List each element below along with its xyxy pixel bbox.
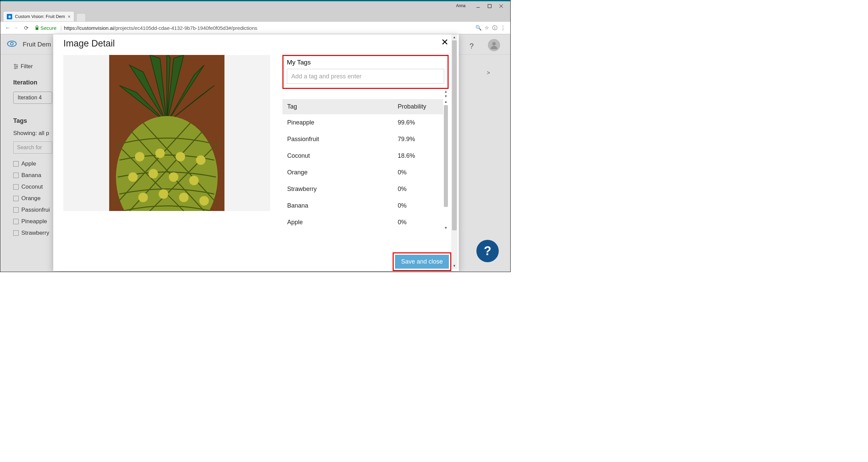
secure-indicator[interactable]: Secure: [35, 25, 57, 31]
table-row: Strawberry0%: [282, 181, 443, 197]
table-row: Coconut18.6%: [282, 148, 443, 164]
address-divider: |: [61, 25, 62, 31]
cell-probability: 18.6%: [398, 152, 438, 159]
help-bubble-button[interactable]: ?: [476, 240, 499, 262]
window-minimize-button[interactable]: [472, 3, 484, 9]
scroll-down-icon[interactable]: ▼: [443, 94, 449, 99]
scroll-up-icon[interactable]: ▲: [443, 99, 449, 104]
modal-scrollbar[interactable]: ▲ ▼: [451, 34, 457, 269]
save-and-close-button[interactable]: Save and close: [395, 255, 449, 269]
tab-close-icon[interactable]: ×: [68, 14, 71, 19]
cell-tag: Orange: [287, 169, 398, 176]
svg-rect-4: [36, 27, 38, 30]
col-tag: Tag: [287, 103, 398, 110]
svg-point-25: [159, 189, 168, 199]
cell-probability: 0%: [398, 169, 438, 176]
os-titlebar: Anna: [0, 0, 510, 10]
close-icon[interactable]: ✕: [441, 37, 449, 47]
modal-footer: Save and close: [53, 252, 459, 271]
window-maximize-button[interactable]: [484, 3, 495, 9]
scroll-down-icon[interactable]: ▼: [451, 263, 457, 269]
url-text[interactable]: https://customvision.ai/projects/ec4105d…: [64, 25, 474, 31]
cell-probability: 0%: [398, 186, 438, 193]
svg-rect-1: [488, 4, 491, 8]
table-row: Passionfruit79.9%: [282, 131, 443, 148]
cell-probability: 0%: [398, 219, 438, 226]
back-button[interactable]: ←: [4, 25, 12, 31]
cell-probability: 0%: [398, 202, 438, 209]
svg-point-19: [196, 155, 205, 165]
add-tag-input[interactable]: [287, 69, 444, 84]
cell-tag: Passionfruit: [287, 136, 398, 143]
address-bar: ← → ⟳ Secure | https://customvision.ai/p…: [0, 21, 510, 34]
svg-point-27: [199, 196, 209, 206]
mytags-heading: My Tags: [287, 59, 444, 66]
svg-point-16: [135, 152, 144, 161]
help-glyph: ?: [484, 244, 491, 258]
window-close-button[interactable]: [495, 3, 507, 9]
scrollbar-thumb[interactable]: [444, 105, 448, 207]
svg-point-18: [176, 152, 185, 161]
info-icon[interactable]: ⓘ: [491, 25, 499, 31]
svg-point-23: [189, 176, 199, 185]
tab-title: Custom Vision: Fruit Dem: [15, 14, 66, 19]
cell-tag: Coconut: [287, 152, 398, 159]
cell-tag: Banana: [287, 202, 398, 209]
svg-point-21: [149, 169, 158, 178]
table-row: Apple0%: [282, 214, 443, 231]
cell-probability: 99.6%: [398, 119, 438, 126]
more-icon[interactable]: ⋮: [499, 25, 507, 31]
secure-label: Secure: [40, 25, 57, 31]
bookmark-icon[interactable]: ☆: [482, 25, 491, 31]
predictions-pane: My Tags ▲ ▼ Tag Probability Pineapple99.…: [282, 55, 449, 248]
favicon-icon: ◉: [7, 14, 12, 19]
forward-button[interactable]: →: [12, 25, 20, 31]
svg-point-20: [128, 172, 138, 182]
mytags-highlight-box: My Tags: [282, 55, 449, 89]
new-tab-button[interactable]: [76, 13, 86, 21]
predictions-table: ▲ ▼ Tag Probability Pineapple99.6%Passio…: [282, 99, 449, 231]
cell-tag: Apple: [287, 219, 398, 226]
svg-point-22: [169, 172, 178, 182]
os-username: Anna: [456, 3, 466, 8]
table-row: Orange0%: [282, 164, 443, 181]
save-highlight-box: Save and close: [393, 252, 451, 271]
image-preview-zone: [63, 55, 270, 211]
modal-title: Image Detail: [63, 38, 449, 49]
table-row: Banana0%: [282, 197, 443, 214]
reload-button[interactable]: ⟳: [22, 25, 30, 31]
cell-probability: 79.9%: [398, 136, 438, 143]
table-header: Tag Probability: [282, 99, 443, 114]
scroll-up-icon[interactable]: ▲: [451, 34, 457, 40]
image-detail-modal: Image Detail ✕: [53, 34, 459, 271]
col-probability: Probability: [398, 103, 438, 110]
zoom-icon[interactable]: 🔍: [474, 25, 482, 31]
cell-tag: Pineapple: [287, 119, 398, 126]
image-preview: [109, 55, 224, 211]
table-row: Pineapple99.6%: [282, 114, 443, 131]
browser-tab[interactable]: ◉ Custom Vision: Fruit Dem ×: [3, 11, 74, 21]
svg-point-24: [138, 193, 148, 202]
lock-icon: [35, 25, 39, 30]
svg-point-17: [155, 149, 165, 158]
scrollbar-thumb[interactable]: [452, 40, 457, 230]
browser-tabstrip: ◉ Custom Vision: Fruit Dem ×: [0, 10, 510, 21]
svg-point-26: [179, 193, 189, 202]
cell-tag: Strawberry: [287, 186, 398, 193]
scroll-down-icon[interactable]: ▼: [443, 225, 449, 231]
